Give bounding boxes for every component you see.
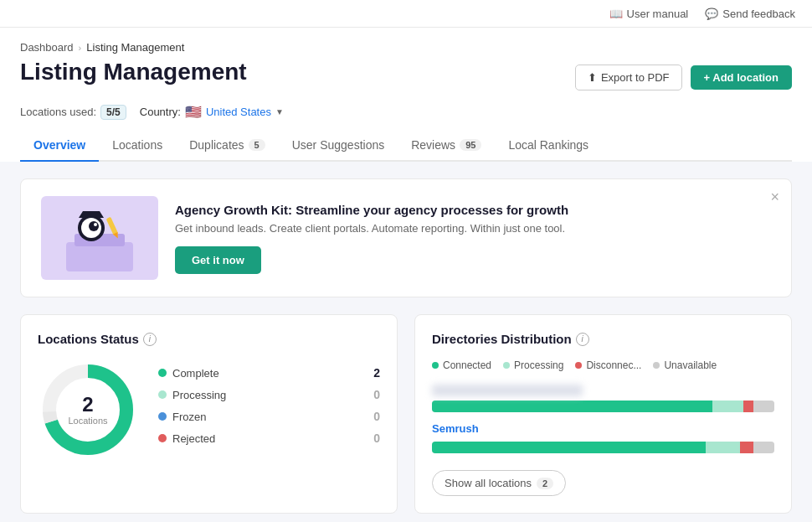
promo-description: Get inbound leads. Create client portals… (175, 222, 771, 235)
dir-bar-semrush-unavailable (753, 442, 774, 453)
processing-count: 0 (373, 388, 380, 401)
header-actions: ⬆ Export to PDF + Add location (575, 65, 792, 90)
complete-label: Complete (172, 367, 219, 380)
promo-cta-button[interactable]: Get it now (175, 246, 261, 274)
promo-illustration (49, 196, 150, 280)
top-bar: 📖 User manual 💬 Send feedback (0, 0, 812, 28)
connected-dot (432, 362, 439, 369)
tab-user-suggestions[interactable]: User Suggestions (279, 130, 398, 162)
dir-bar-semrush-connected (432, 442, 706, 453)
promo-content: Agency Growth Kit: Streamline your agenc… (175, 203, 771, 274)
user-manual-link[interactable]: 📖 User manual (609, 7, 689, 20)
dir-bar-semrush-processing (706, 442, 740, 453)
dir-bar-1-unavailable (753, 401, 774, 412)
locations-status-label: Locations Status (38, 332, 139, 346)
dir-bar-semrush (432, 442, 774, 453)
dir-processing-dot (503, 362, 510, 369)
tab-local-rankings[interactable]: Local Rankings (495, 130, 602, 162)
complete-count: 2 (373, 366, 380, 380)
dir-row-1-label (432, 385, 583, 396)
locations-status-title: Locations Status i (38, 332, 380, 346)
title-row: Listing Management ⬆ Export to PDF + Add… (20, 59, 792, 96)
page-title: Listing Management (20, 59, 247, 85)
donut-section: 2 Locations Complete 2 (38, 359, 380, 460)
dir-bar-1 (432, 401, 774, 412)
user-manual-label: User manual (627, 8, 689, 20)
dir-legend-connected: Connected (432, 359, 491, 371)
tab-locations[interactable]: Locations (99, 130, 176, 162)
disconnected-label: Disconnec... (586, 359, 641, 371)
book-icon: 📖 (609, 7, 623, 20)
locations-badge: 5/5 (100, 105, 126, 120)
donut-center: 2 Locations (68, 394, 107, 426)
rejected-dot (158, 434, 167, 442)
processing-label: Processing (172, 389, 226, 401)
processing-dot (158, 390, 167, 399)
directories-info-icon[interactable]: i (576, 333, 589, 346)
directories-title: Directories Distribution i (432, 332, 774, 346)
tab-user-suggestions-label: User Suggestions (292, 138, 385, 152)
svg-point-4 (89, 221, 99, 231)
tab-reviews[interactable]: Reviews 95 (398, 130, 495, 162)
complete-dot (158, 369, 167, 377)
rejected-label: Rejected (172, 432, 215, 445)
show-all-locations-button[interactable]: Show all locations 2 (432, 470, 566, 496)
frozen-dot (158, 412, 167, 421)
dir-legend-processing: Processing (503, 359, 563, 371)
dir-bar-semrush-disconnected (740, 442, 753, 453)
tab-overview-label: Overview (33, 138, 85, 152)
donut-label: Locations (68, 416, 107, 426)
dir-bar-1-processing (712, 401, 743, 412)
show-all-badge: 2 (537, 478, 553, 489)
tab-local-rankings-label: Local Rankings (508, 138, 588, 152)
dir-processing-label: Processing (514, 359, 563, 371)
unavailable-label: Unavailable (664, 359, 717, 371)
breadcrumb: Dashboard › Listing Management (20, 41, 792, 54)
connected-label: Connected (443, 359, 491, 371)
frozen-label: Frozen (172, 411, 206, 423)
breadcrumb-dashboard[interactable]: Dashboard (20, 41, 74, 54)
svg-point-5 (94, 223, 97, 226)
feedback-icon: 💬 (705, 7, 718, 20)
meta-row: Locations used: 5/5 Country: 🇺🇸 United S… (20, 104, 792, 120)
tab-duplicates-label: Duplicates (189, 138, 244, 152)
locations-status-card: Locations Status i (20, 314, 398, 514)
donut-number: 2 (68, 394, 107, 416)
donut-chart: 2 Locations (38, 359, 138, 460)
promo-title: Agency Growth Kit: Streamline your agenc… (175, 203, 771, 217)
tab-duplicates[interactable]: Duplicates 5 (176, 130, 279, 162)
svg-rect-0 (66, 242, 133, 271)
directories-card: Directories Distribution i Connected Pro… (414, 314, 792, 514)
dir-bar-1-connected (432, 401, 712, 412)
breadcrumb-separator: › (79, 43, 82, 53)
dir-bar-1-disconnected (743, 401, 753, 412)
upload-icon: ⬆ (588, 71, 597, 84)
show-all-label: Show all locations (445, 477, 532, 489)
main-header: Dashboard › Listing Management Listing M… (0, 28, 812, 162)
dir-legend: Connected Processing Disconnec... Unavai… (432, 359, 774, 371)
promo-banner: Agency Growth Kit: Streamline your agenc… (20, 178, 792, 297)
cards-row: Locations Status i (20, 314, 792, 514)
export-pdf-button[interactable]: ⬆ Export to PDF (575, 65, 682, 90)
export-label: Export to PDF (601, 71, 670, 84)
page: 📖 User manual 💬 Send feedback Dashboard … (0, 0, 812, 522)
tabs-nav: Overview Locations Duplicates 5 User Sug… (20, 130, 792, 162)
disconnected-dot (575, 362, 582, 369)
locations-status-info-icon[interactable]: i (143, 333, 157, 346)
legend-item-frozen: Frozen 0 (158, 410, 380, 423)
promo-close-button[interactable]: × (770, 189, 779, 204)
frozen-count: 0 (373, 410, 380, 423)
dir-row-semrush: Semrush (432, 422, 774, 453)
tab-overview[interactable]: Overview (20, 130, 99, 162)
send-feedback-link[interactable]: 💬 Send feedback (705, 7, 795, 20)
country-label: Country: (140, 106, 181, 118)
add-location-button[interactable]: + Add location (691, 65, 792, 90)
directories-label: Directories Distribution (432, 332, 572, 346)
legend-item-complete: Complete 2 (158, 366, 380, 380)
country-selector[interactable]: Country: 🇺🇸 United States ▼ (140, 104, 284, 120)
add-location-label: + Add location (704, 71, 779, 84)
dir-legend-unavailable: Unavailable (653, 359, 717, 371)
status-legend: Complete 2 Processing 0 (158, 366, 380, 453)
send-feedback-label: Send feedback (722, 8, 795, 20)
breadcrumb-current: Listing Management (86, 41, 184, 54)
